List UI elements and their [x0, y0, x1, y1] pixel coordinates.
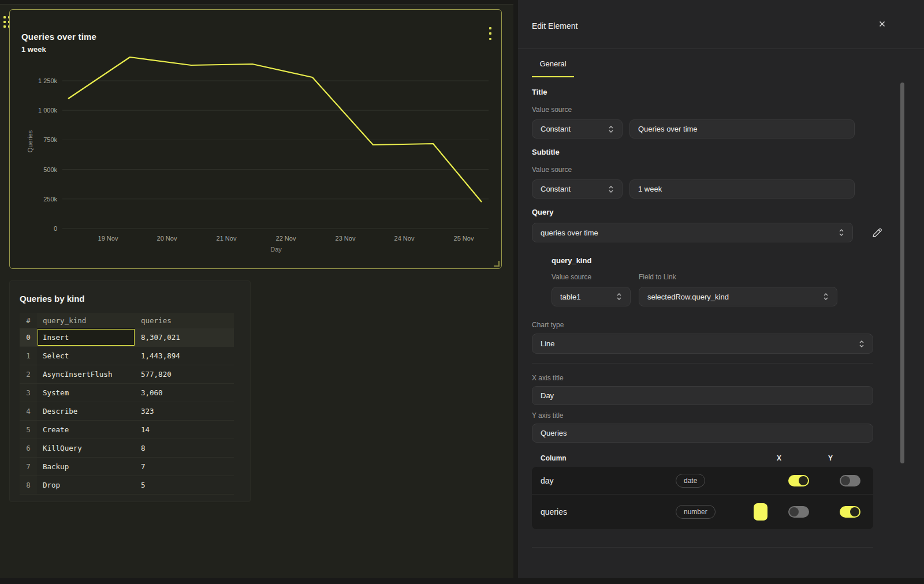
table-row[interactable]: 8Drop5: [20, 476, 234, 495]
x-axis-title-input[interactable]: [532, 386, 873, 405]
chart-type-value: Line: [541, 339, 854, 348]
query-select[interactable]: queries over time: [532, 223, 853, 242]
query-kind-cell[interactable]: Drop: [37, 476, 135, 494]
dashboard-canvas: Queries over time 1 week 0250k500k750k1 …: [0, 5, 513, 584]
query-kind-cell[interactable]: Describe: [37, 402, 135, 420]
y-axis-toggle[interactable]: [840, 475, 860, 486]
chevron-updown-icon: [839, 229, 844, 237]
x-tick-label: 21 Nov: [217, 235, 237, 242]
subtitle-source-select[interactable]: Constant: [532, 179, 623, 199]
table-row[interactable]: 4Describe323: [20, 402, 234, 421]
section-divider: [532, 363, 873, 364]
columns-header-x: X: [777, 454, 781, 462]
queries-count-cell[interactable]: 14: [135, 421, 234, 439]
row-index-cell[interactable]: 8: [20, 476, 37, 494]
table-row[interactable]: 1Select1,443,894: [20, 347, 234, 365]
table-row[interactable]: 7Backup7: [20, 458, 234, 476]
chevron-updown-icon: [616, 293, 622, 301]
y-axis-toggle[interactable]: [840, 506, 860, 518]
chart-line-queries: [68, 57, 482, 202]
subtitle-section-heading: Subtitle: [532, 148, 560, 156]
query-kind-cell[interactable]: Insert: [37, 328, 135, 346]
row-index-cell[interactable]: 1: [20, 347, 37, 365]
row-index-cell[interactable]: 0: [20, 328, 37, 346]
panel-divider: [513, 0, 518, 584]
close-icon[interactable]: [876, 19, 888, 31]
x-axis-toggle[interactable]: [788, 475, 809, 486]
window-bottom-strip: [0, 578, 924, 584]
column-mapping-row-queries: queriesnumber: [532, 495, 873, 529]
row-index-cell[interactable]: 3: [20, 384, 37, 402]
query-kind-cell[interactable]: System: [37, 384, 135, 402]
query-section-heading: Query: [532, 208, 554, 216]
queries-count-cell[interactable]: 7: [135, 458, 234, 476]
queries-count-cell[interactable]: 577,820: [135, 365, 234, 383]
table-row[interactable]: 2AsyncInsertFlush577,820: [20, 365, 234, 384]
panel-scrollbar[interactable]: [900, 83, 904, 463]
table-row[interactable]: 5Create14: [20, 421, 234, 439]
title-value-input[interactable]: [629, 119, 855, 138]
subtitle-value-input[interactable]: [629, 179, 855, 199]
title-source-select[interactable]: Constant: [532, 119, 623, 138]
query-kind-cell[interactable]: AsyncInsertFlush: [37, 365, 135, 383]
query-kind-source-value: table1: [560, 293, 612, 301]
table-header-row: # query_kind queries: [20, 313, 234, 328]
query-kind-cell[interactable]: Create: [37, 421, 135, 439]
y-axis-title-input[interactable]: [532, 424, 873, 443]
queries-count-cell[interactable]: 3,060: [135, 384, 234, 402]
chart-type-label: Chart type: [532, 321, 564, 329]
header-divider: [518, 48, 924, 49]
subtitle-value-source-label: Value source: [532, 166, 572, 174]
type-badge: number: [676, 505, 716, 519]
table-row[interactable]: 6KillQuery8: [20, 439, 234, 458]
edit-query-pencil-icon[interactable]: [871, 227, 883, 239]
chart-type-select[interactable]: Line: [532, 334, 873, 354]
chevron-updown-icon: [608, 125, 614, 133]
column-mapping-row-day: daydate: [532, 467, 873, 495]
field-to-link-label: Field to Link: [639, 273, 676, 281]
series-color-swatch[interactable]: [754, 503, 767, 521]
field-to-link-select[interactable]: selectedRow.query_kind: [639, 287, 837, 306]
panel-title: Edit Element: [532, 21, 578, 31]
table-row[interactable]: 3System3,060: [20, 384, 234, 402]
y-tick-label: 500k: [43, 166, 57, 173]
chart-element-queries-over-time[interactable]: Queries over time 1 week 0250k500k750k1 …: [9, 9, 502, 269]
query-select-value: queries over time: [541, 229, 834, 237]
x-tick-label: 25 Nov: [454, 235, 474, 242]
y-tick-label: 1 000k: [38, 107, 58, 114]
queries-count-cell[interactable]: 323: [135, 402, 234, 420]
title-section-heading: Title: [532, 88, 547, 96]
table-element-queries-by-kind[interactable]: Queries by kind # query_kind queries 0In…: [9, 280, 251, 502]
chevron-updown-icon: [859, 340, 865, 348]
query-kind-cell[interactable]: KillQuery: [37, 439, 135, 457]
queries-count-cell[interactable]: 5: [135, 476, 234, 494]
row-index-cell[interactable]: 6: [20, 439, 37, 457]
chevron-updown-icon: [823, 293, 829, 301]
query-kind-source-select[interactable]: table1: [552, 287, 631, 306]
toggle-knob: [789, 507, 799, 516]
row-index-cell[interactable]: 5: [20, 421, 37, 439]
resize-handle[interactable]: [494, 261, 500, 267]
row-index-cell[interactable]: 2: [20, 365, 37, 383]
col-header-index: #: [20, 313, 37, 328]
x-tick-label: 24 Nov: [394, 235, 415, 242]
x-tick-label: 20 Nov: [157, 235, 177, 242]
tab-general[interactable]: General: [532, 59, 574, 77]
x-axis-toggle[interactable]: [788, 506, 809, 518]
row-index-cell[interactable]: 4: [20, 402, 37, 420]
row-index-cell[interactable]: 7: [20, 458, 37, 476]
columns-header-y: Y: [828, 454, 833, 462]
query-kind-cell[interactable]: Select: [37, 347, 135, 365]
queries-count-cell[interactable]: 1,443,894: [135, 347, 234, 365]
queries-count-cell[interactable]: 8: [135, 439, 234, 457]
query-kind-cell[interactable]: Backup: [37, 458, 135, 476]
queries-by-kind-table: # query_kind queries 0Insert8,307,0211Se…: [20, 313, 234, 495]
type-badge: date: [676, 474, 705, 488]
x-axis-label: Day: [270, 246, 282, 253]
toggle-knob: [841, 476, 850, 485]
toggle-knob: [799, 476, 808, 485]
queries-count-cell[interactable]: 8,307,021: [135, 328, 234, 346]
table-row[interactable]: 0Insert8,307,021: [20, 328, 234, 347]
y-tick-label: 0: [54, 225, 57, 232]
table-title: Queries by kind: [20, 294, 85, 304]
